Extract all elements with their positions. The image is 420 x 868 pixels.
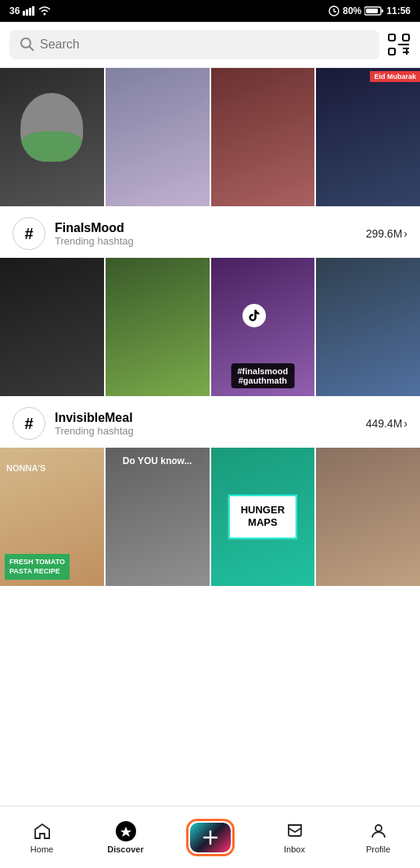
add-button-wrap[interactable] (186, 819, 235, 856)
time-display: 11:56 (386, 5, 411, 16)
hashtag-info2: InvisibleMeal Trending hashtag (55, 411, 134, 437)
top-video-grid: Eid Mubarak (0, 68, 420, 206)
hashtag-left2: # InvisibleMeal Trending hashtag (13, 407, 134, 440)
hashtag-icon2: # (13, 407, 45, 440)
wifi-icon (38, 6, 51, 16)
hashtag-name2: InvisibleMeal (55, 411, 134, 425)
svg-rect-15 (389, 48, 395, 55)
svg-rect-13 (389, 34, 395, 41)
svg-rect-14 (403, 34, 409, 41)
home-icon (32, 821, 52, 841)
video-thumb-5[interactable] (0, 258, 104, 396)
nav-discover[interactable]: Discover (102, 821, 149, 854)
search-icon (20, 38, 34, 52)
nav-profile-label: Profile (366, 845, 390, 854)
video-thumb-10[interactable]: Do YOU know... (106, 448, 210, 586)
video-thumb-8[interactable] (316, 258, 420, 396)
svg-point-23 (375, 825, 382, 831)
hashtag-subtitle: Trending hashtag (55, 235, 134, 247)
alarm-icon (328, 5, 339, 16)
battery-percent: 80% (343, 5, 361, 16)
video-thumb-3[interactable] (211, 68, 315, 206)
hashtag-finalsmood[interactable]: # FinalsMood Trending hashtag 299.6M › (0, 206, 420, 258)
tiktok-logo (242, 304, 266, 327)
scan-button[interactable] (387, 33, 411, 56)
add-button[interactable] (190, 823, 231, 852)
nav-home-label: Home (31, 845, 53, 854)
svg-marker-20 (120, 827, 131, 837)
hashtag-count: 299.6M › (366, 227, 407, 240)
signal-icon (23, 6, 35, 16)
search-input-wrap[interactable] (9, 30, 379, 59)
video-thumb-1[interactable] (0, 68, 104, 206)
video-thumb-6[interactable] (106, 258, 210, 396)
svg-rect-10 (382, 9, 383, 13)
profile-icon (368, 821, 389, 841)
nonna-tag: Nonna's (6, 463, 45, 473)
svg-rect-1 (26, 9, 28, 16)
hashtag-icon: # (13, 217, 45, 250)
hashtag-name: FinalsMood (55, 221, 134, 235)
video-thumb-2[interactable] (106, 68, 210, 206)
nav-profile[interactable]: Profile (355, 821, 402, 854)
status-right: 80% 11:56 (328, 5, 411, 16)
svg-rect-9 (366, 9, 378, 13)
nav-discover-label: Discover (107, 845, 143, 854)
video-thumb-11[interactable]: HUNGERMAPS (211, 448, 315, 586)
invisiblemeal-video-grid: Nonna's Fresh TomatoPasta Recipe Do YOU … (0, 448, 420, 586)
hashtag-count2: 449.4M › (366, 417, 407, 430)
bottom-nav: Home Discover Inbox Profile (0, 805, 420, 868)
nav-inbox-label: Inbox (284, 845, 305, 854)
do-you-know: Do YOU know... (123, 455, 192, 466)
signal-strength: 36 (9, 5, 20, 16)
status-left: 36 (9, 5, 51, 16)
video-thumb-4[interactable]: Eid Mubarak (316, 68, 420, 206)
svg-line-12 (30, 47, 34, 52)
inbox-icon (285, 821, 305, 841)
svg-point-11 (21, 38, 31, 48)
svg-rect-2 (29, 8, 31, 16)
hashtag-info: FinalsMood Trending hashtag (55, 221, 134, 247)
svg-point-4 (44, 13, 46, 16)
svg-rect-0 (23, 11, 25, 16)
svg-rect-3 (32, 6, 34, 16)
nav-inbox[interactable]: Inbox (271, 821, 318, 854)
hashtag-invisiblemeal[interactable]: # InvisibleMeal Trending hashtag 449.4M … (0, 396, 420, 448)
search-input[interactable] (40, 38, 368, 52)
hashtag-overlay: #finalsmood#gauthmath (231, 363, 294, 388)
nav-add[interactable] (186, 819, 235, 856)
main-content: Eid Mubarak # FinalsMood Trending hashta… (0, 22, 420, 656)
video-thumb-12[interactable] (316, 448, 420, 586)
finalsmood-video-grid: #finalsmood#gauthmath (0, 258, 420, 396)
status-bar: 36 80% 11:56 (0, 0, 420, 22)
recipe-badge: Fresh TomatoPasta Recipe (5, 554, 70, 580)
hashtag-left: # FinalsMood Trending hashtag (13, 217, 134, 250)
scan-icon (388, 34, 410, 55)
search-bar-container (0, 22, 420, 68)
discover-icon (116, 821, 136, 841)
eid-badge: Eid Mubarak (370, 71, 420, 82)
video-thumb-7[interactable]: #finalsmood#gauthmath (211, 258, 315, 396)
nav-home[interactable]: Home (19, 821, 66, 854)
hashtag-subtitle2: Trending hashtag (55, 425, 134, 437)
hunger-maps-overlay: HUNGERMAPS (228, 495, 297, 540)
battery-icon (364, 6, 383, 16)
video-thumb-9[interactable]: Nonna's Fresh TomatoPasta Recipe (0, 448, 104, 586)
plus-icon (202, 829, 219, 846)
